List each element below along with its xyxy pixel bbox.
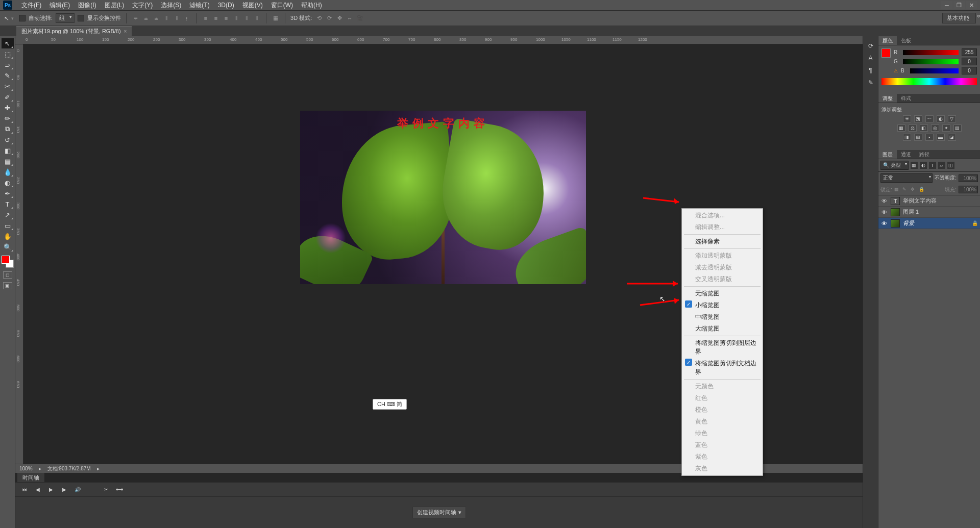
- blur-tool[interactable]: 💧: [2, 167, 14, 177]
- fg-swatch[interactable]: [881, 48, 891, 58]
- b-value[interactable]: 0: [962, 67, 977, 74]
- menu-file[interactable]: 文件(F): [17, 0, 45, 11]
- window-close[interactable]: ✕: [966, 1, 977, 9]
- 3d-zoom-icon[interactable]: 🎥: [356, 14, 364, 22]
- align-vcenter-icon[interactable]: ⫨: [142, 14, 150, 22]
- filter-type-icon[interactable]: T: [929, 162, 936, 169]
- close-icon[interactable]: ×: [124, 29, 127, 34]
- tab-adjust[interactable]: 调整: [878, 94, 897, 103]
- goto-first-icon[interactable]: ⏮: [20, 486, 29, 494]
- color-spectrum[interactable]: [881, 78, 977, 85]
- dist-hcenter-icon[interactable]: ⦀: [242, 14, 251, 22]
- bw-icon[interactable]: ◧: [920, 124, 928, 132]
- show-transform-checkbox[interactable]: [78, 15, 84, 21]
- layer-filter-kind[interactable]: 🔍 类型: [880, 161, 909, 170]
- align-bottom-icon[interactable]: ⫨: [152, 14, 160, 22]
- context-menu-item[interactable]: 中缩览图: [682, 311, 763, 323]
- context-menu-item[interactable]: 无缩览图: [682, 288, 763, 299]
- quick-select-tool[interactable]: ✎: [2, 70, 14, 81]
- hue-icon[interactable]: ▦: [897, 124, 905, 132]
- history-brush-tool[interactable]: ↺: [2, 135, 14, 145]
- create-timeline-button[interactable]: 创建视频时间轴▾: [412, 507, 466, 518]
- timeline-tab[interactable]: 时间轴: [17, 473, 44, 482]
- eraser-tool[interactable]: ◧: [2, 145, 14, 156]
- nav-icon[interactable]: ▸: [39, 466, 41, 471]
- lock-trans-icon[interactable]: ▦: [894, 187, 900, 193]
- lock-pixel-icon[interactable]: ✎: [902, 187, 909, 193]
- eyedropper-tool[interactable]: ✐: [2, 92, 14, 102]
- crop-tool[interactable]: ✂: [2, 81, 14, 91]
- 3d-pan-icon[interactable]: ✥: [335, 14, 344, 22]
- split-icon[interactable]: ✂: [102, 486, 110, 494]
- canvas-artwork[interactable]: 举例文字内容: [300, 111, 586, 284]
- dist-bottom-icon[interactable]: ≡: [222, 14, 230, 22]
- filter-shape-icon[interactable]: ▱: [938, 162, 945, 169]
- 3d-roll-icon[interactable]: ⟳: [325, 14, 333, 22]
- pen-tool[interactable]: ✒: [2, 188, 14, 198]
- 3d-slide-icon[interactable]: ↔: [346, 14, 354, 22]
- layer-item-background[interactable]: 👁 背景 🔒: [878, 218, 980, 229]
- context-menu-item[interactable]: 将缩览图剪切到图层边界: [682, 337, 763, 358]
- layer-thumb[interactable]: T: [891, 197, 900, 205]
- g-slider[interactable]: [903, 59, 959, 64]
- hand-tool[interactable]: ✋: [2, 231, 14, 241]
- brush-panel-icon[interactable]: ✎: [866, 78, 875, 87]
- lock-all-icon[interactable]: 🔒: [919, 187, 925, 193]
- doc-info[interactable]: 文档:903.7K/2.87M: [47, 465, 91, 472]
- path-select-tool[interactable]: ↗: [2, 210, 14, 220]
- layer-thumb[interactable]: [891, 219, 900, 228]
- foreground-color[interactable]: [2, 256, 10, 264]
- lock-pos-icon[interactable]: ✥: [911, 187, 917, 193]
- dist-top-icon[interactable]: ≡: [202, 14, 210, 22]
- shape-tool[interactable]: ▭: [2, 220, 14, 231]
- g-value[interactable]: 0: [962, 58, 977, 65]
- window-minimize[interactable]: ─: [941, 1, 952, 9]
- blend-mode-select[interactable]: 正常: [880, 173, 933, 183]
- audio-icon[interactable]: 🔊: [74, 486, 82, 494]
- quick-mask-icon[interactable]: ◻: [3, 271, 12, 279]
- align-top-icon[interactable]: ⫧: [132, 14, 140, 22]
- brush-tool[interactable]: ✏: [2, 113, 14, 123]
- ruler-vertical[interactable]: 050100150200250300350400450500550600650: [15, 44, 23, 464]
- menu-image[interactable]: 图像(I): [74, 0, 100, 11]
- menu-3d[interactable]: 3D(D): [214, 1, 238, 10]
- align-right-icon[interactable]: ⫶: [183, 14, 191, 22]
- next-frame-icon[interactable]: ▶: [60, 486, 68, 494]
- photo-filter-icon[interactable]: ◎: [931, 124, 939, 132]
- play-icon[interactable]: ▶: [47, 486, 55, 494]
- filter-pixel-icon[interactable]: ▦: [911, 162, 918, 169]
- menu-filter[interactable]: 滤镜(T): [185, 0, 213, 11]
- menu-layer[interactable]: 图层(L): [101, 0, 129, 11]
- threshold-icon[interactable]: ▪: [925, 134, 934, 141]
- auto-select-target[interactable]: 组: [56, 13, 75, 23]
- curves-icon[interactable]: 〰: [925, 115, 934, 122]
- menu-type[interactable]: 文字(Y): [128, 0, 157, 11]
- r-slider[interactable]: [903, 50, 959, 55]
- layer-name[interactable]: 举例文字内容: [903, 197, 937, 205]
- dist-right-icon[interactable]: ⦀: [253, 14, 261, 22]
- tab-swatches[interactable]: 色板: [897, 36, 915, 45]
- tab-layers[interactable]: 图层: [878, 150, 897, 159]
- menu-help[interactable]: 帮助(H): [297, 0, 326, 11]
- tool-preset[interactable]: ↖ ▾: [4, 15, 16, 22]
- visibility-icon[interactable]: 👁: [880, 209, 888, 215]
- levels-icon[interactable]: ⬔: [914, 115, 922, 122]
- zoom-tool[interactable]: 🔍: [2, 242, 14, 252]
- screen-mode-icon[interactable]: ▣: [3, 282, 12, 289]
- move-tool[interactable]: ↖: [2, 38, 14, 48]
- tab-color[interactable]: 颜色: [878, 36, 897, 45]
- align-hcenter-icon[interactable]: ⫵: [173, 14, 181, 22]
- align-left-icon[interactable]: ⫴: [162, 14, 170, 22]
- menu-edit[interactable]: 编辑(E): [45, 0, 74, 11]
- layer-name[interactable]: 背景: [903, 219, 914, 227]
- layer-item-image[interactable]: 👁 图层 1: [878, 207, 980, 218]
- window-maximize[interactable]: ❐: [953, 1, 965, 9]
- marquee-tool[interactable]: ⬚: [2, 49, 14, 59]
- tab-styles[interactable]: 样式: [897, 94, 915, 103]
- color-swatches[interactable]: [2, 256, 14, 268]
- layer-name[interactable]: 图层 1: [903, 208, 919, 216]
- brightness-icon[interactable]: ☀: [903, 115, 911, 122]
- menu-window[interactable]: 窗口(W): [267, 0, 297, 11]
- balance-icon[interactable]: ⚖: [909, 124, 917, 132]
- channel-mix-icon[interactable]: ✦: [942, 124, 950, 132]
